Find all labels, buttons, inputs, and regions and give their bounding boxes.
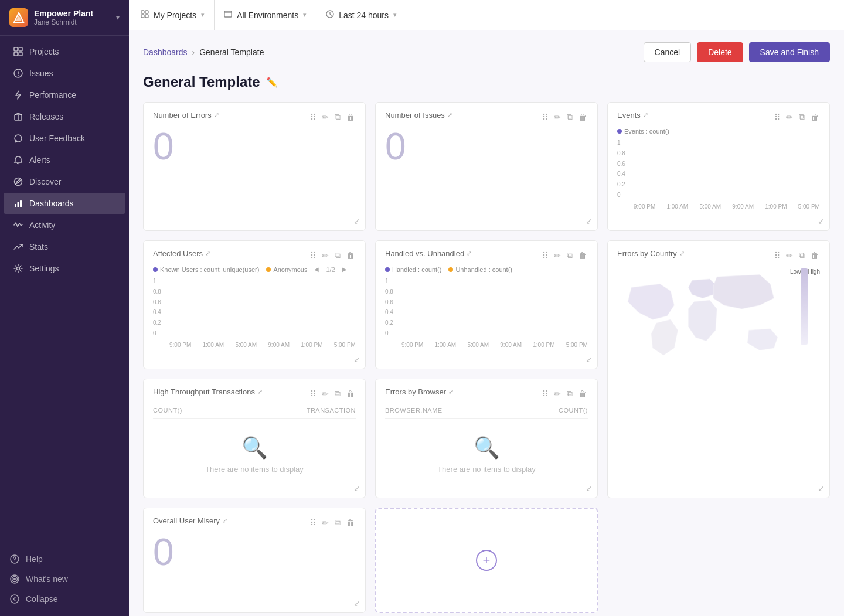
widget-drag-throughput[interactable]: ⠿ [309, 388, 317, 400]
save-finish-button[interactable]: Save and Finish [749, 42, 830, 62]
widget-edit-errors[interactable]: ✏ [321, 111, 330, 123]
sidebar-item-dashboards[interactable]: Dashboards [4, 193, 125, 214]
add-widget-button[interactable]: + [476, 550, 497, 571]
resize-handle-events[interactable]: ⤢ [643, 111, 648, 119]
sidebar-item-whats-new[interactable]: What's new [0, 569, 129, 589]
resize-handle-throughput[interactable]: ⤢ [257, 388, 263, 396]
projects-selector[interactable]: My Projects ▾ [141, 0, 215, 30]
widget-copy-issues[interactable]: ⧉ [566, 111, 574, 123]
widget-drag-issues[interactable]: ⠿ [541, 111, 549, 123]
environments-selector[interactable]: All Environments ▾ [215, 0, 316, 30]
widget-delete-browser[interactable]: 🗑 [577, 388, 588, 400]
widget-copy-errors[interactable]: ⧉ [333, 111, 342, 123]
sidebar-item-activity[interactable]: Activity [4, 215, 125, 236]
table-col1-browser: BROWSER.NAME [385, 407, 443, 414]
widget-edit-throughput[interactable]: ✏ [321, 388, 330, 400]
add-widget-card[interactable]: + [375, 508, 598, 613]
sidebar-label-alerts: Alerts [29, 155, 50, 165]
resize-corner-affected-users[interactable]: ↙ [353, 355, 360, 364]
widget-delete-events[interactable]: 🗑 [809, 111, 820, 123]
sidebar-item-user-feedback[interactable]: User Feedback [4, 128, 125, 149]
legend-prev-affected[interactable]: ◀ [314, 266, 319, 273]
legend-item-anon-users: Anonymous [266, 266, 307, 273]
map-container: High Low [617, 266, 820, 382]
widget-errors-by-country: Errors by Country ⤢ ⠿ ✏ ⧉ 🗑 High Low [607, 240, 830, 498]
sidebar-label-discover: Discover [29, 177, 61, 186]
widget-edit-events[interactable]: ✏ [785, 111, 794, 123]
widget-title-events: Events ⤢ [617, 111, 648, 120]
resize-corner-misery[interactable]: ↙ [353, 598, 360, 608]
widget-edit-misery[interactable]: ✏ [321, 517, 330, 529]
resize-handle-map[interactable]: ⤢ [679, 250, 685, 257]
widget-copy-browser[interactable]: ⧉ [566, 387, 574, 400]
widget-edit-map[interactable]: ✏ [785, 250, 794, 261]
table-col2-throughput: TRANSACTION [307, 407, 356, 414]
resize-corner-errors[interactable]: ↙ [353, 216, 360, 226]
widget-drag-map[interactable]: ⠿ [773, 250, 781, 261]
resize-corner-map[interactable]: ↙ [818, 484, 825, 493]
sidebar-header[interactable]: Empower Plant Jane Schmidt ▾ [0, 0, 129, 36]
resize-corner-browser[interactable]: ↙ [586, 484, 593, 493]
resize-handle-affected-users[interactable]: ⤢ [205, 250, 210, 257]
legend-item-events: Events : count() [617, 128, 669, 135]
legend-label-known: Known Users : count_unique(user) [160, 266, 259, 273]
resize-handle-handled[interactable]: ⤢ [467, 250, 472, 257]
cancel-button[interactable]: Cancel [644, 42, 692, 62]
widget-drag-handled[interactable]: ⠿ [541, 250, 549, 261]
widget-drag-browser[interactable]: ⠿ [541, 388, 549, 400]
widget-drag-affected-users[interactable]: ⠿ [309, 250, 317, 261]
widget-drag-errors[interactable]: ⠿ [309, 111, 317, 123]
breadcrumb-parent[interactable]: Dashboards [143, 47, 188, 57]
widget-copy-map[interactable]: ⧉ [798, 249, 806, 261]
widget-copy-handled[interactable]: ⧉ [566, 249, 574, 261]
resize-corner-issues[interactable]: ↙ [586, 216, 593, 226]
sidebar-item-stats[interactable]: Stats [4, 236, 125, 257]
add-widget-icon: + [483, 553, 491, 568]
widget-drag-misery[interactable]: ⠿ [309, 517, 317, 529]
widget-delete-misery[interactable]: 🗑 [345, 517, 356, 529]
legend-label-unhandled: Unhandled : count() [455, 266, 512, 273]
legend-next-affected[interactable]: ▶ [342, 266, 347, 273]
widget-copy-misery[interactable]: ⧉ [333, 516, 342, 529]
time-selector[interactable]: Last 24 hours ▾ [316, 0, 406, 30]
widget-delete-affected-users[interactable]: 🗑 [345, 250, 356, 261]
widget-drag-events[interactable]: ⠿ [773, 111, 781, 123]
chart-x-labels-affected-users: 9:00 PM 1:00 AM 5:00 AM 9:00 AM 1:00 PM … [169, 342, 356, 348]
widget-delete-errors[interactable]: 🗑 [345, 111, 356, 123]
widget-edit-issues[interactable]: ✏ [553, 111, 562, 123]
widget-delete-throughput[interactable]: 🗑 [345, 388, 356, 400]
sidebar-label-projects: Projects [29, 47, 59, 56]
resize-handle-issues[interactable]: ⤢ [447, 111, 452, 119]
resize-corner-handled[interactable]: ↙ [586, 355, 593, 364]
org-chevron-icon[interactable]: ▾ [116, 13, 120, 22]
edit-title-button[interactable]: ✏️ [266, 77, 278, 88]
sidebar-item-help[interactable]: Help [0, 549, 129, 569]
bar-chart-icon [13, 198, 23, 209]
widget-delete-handled[interactable]: 🗑 [577, 250, 588, 261]
widget-edit-affected-users[interactable]: ✏ [321, 250, 330, 261]
widget-delete-map[interactable]: 🗑 [809, 250, 820, 261]
sidebar-item-issues[interactable]: Issues [4, 63, 125, 84]
widget-edit-browser[interactable]: ✏ [553, 388, 562, 400]
delete-button[interactable]: Delete [697, 42, 743, 62]
widget-value-misery: 0 [153, 533, 356, 571]
resize-handle-errors[interactable]: ⤢ [214, 111, 219, 119]
widget-edit-handled[interactable]: ✏ [553, 250, 562, 261]
map-legend-high: High [808, 268, 820, 358]
resize-handle-misery[interactable]: ⤢ [222, 517, 227, 525]
sidebar-item-discover[interactable]: Discover [4, 171, 125, 192]
widget-copy-events[interactable]: ⧉ [798, 111, 806, 123]
widget-delete-issues[interactable]: 🗑 [577, 111, 588, 123]
sidebar-item-projects[interactable]: Projects [4, 41, 125, 62]
svg-rect-3 [19, 47, 22, 51]
widget-copy-throughput[interactable]: ⧉ [333, 387, 342, 400]
resize-corner-throughput[interactable]: ↙ [353, 484, 360, 493]
resize-handle-browser[interactable]: ⤢ [448, 388, 454, 396]
sidebar-item-settings[interactable]: Settings [4, 258, 125, 279]
sidebar-item-performance[interactable]: Performance [4, 84, 125, 105]
resize-corner-events[interactable]: ↙ [818, 216, 825, 226]
sidebar-item-alerts[interactable]: Alerts [4, 149, 125, 171]
sidebar-item-collapse[interactable]: Collapse [0, 589, 129, 609]
sidebar-item-releases[interactable]: Releases [4, 106, 125, 127]
widget-copy-affected-users[interactable]: ⧉ [333, 249, 342, 261]
